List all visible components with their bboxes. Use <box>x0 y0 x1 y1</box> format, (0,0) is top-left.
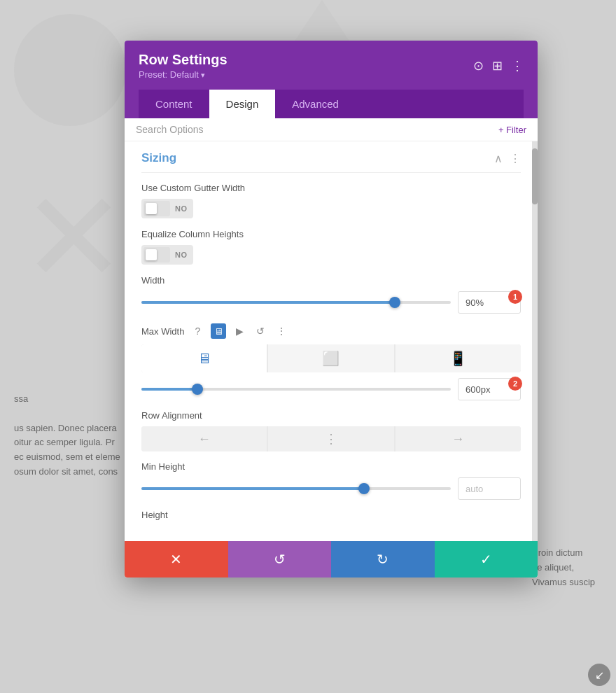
min-height-value-wrap <box>458 477 521 500</box>
save-icon: ✓ <box>480 551 492 568</box>
bg-decoration-circle <box>14 14 126 126</box>
modal-header: Row Settings Preset: Default ⊙ ⊞ ⋮ Conte… <box>125 41 538 118</box>
align-left[interactable]: ← <box>141 426 267 451</box>
row-alignment-label: Row Alignment <box>141 410 521 421</box>
align-center[interactable]: ⋮ <box>268 426 393 451</box>
max-width-value-wrap: 2 <box>458 378 521 400</box>
redo-icon: ↻ <box>377 551 388 568</box>
help-icon[interactable]: ? <box>190 323 205 339</box>
tab-design[interactable]: Design <box>209 90 276 118</box>
toggle-track <box>144 201 170 216</box>
cancel-icon: ✕ <box>170 551 182 568</box>
cancel-button[interactable]: ✕ <box>125 541 228 578</box>
height-label: Height <box>141 510 521 520</box>
device-desktop-icon[interactable]: 🖥 <box>211 323 226 339</box>
search-placeholder[interactable]: Search Options <box>136 124 204 135</box>
section-collapse-icon[interactable]: ∧ <box>494 152 503 165</box>
bg-decoration-x: ✕ <box>21 175 127 301</box>
toggle-track-2 <box>144 247 170 262</box>
width-value-wrap: 1 <box>458 291 521 314</box>
device-tab-mobile[interactable]: 📱 <box>396 344 521 372</box>
max-width-label: Max Width <box>141 326 184 337</box>
scroll-hint-icon: ↙ <box>588 664 610 686</box>
toggle-thumb <box>146 203 157 214</box>
min-height-label: Min Height <box>141 461 521 472</box>
reset-icon: ↺ <box>274 551 286 568</box>
section-title: Sizing <box>141 151 176 165</box>
section-more-icon[interactable]: ⋮ <box>510 152 521 165</box>
scrollbar-thumb[interactable] <box>532 148 538 204</box>
min-height-value-input[interactable] <box>458 477 521 500</box>
toggle-label-2: NO <box>172 251 193 259</box>
modal-footer: ✕ ↺ ↻ ✓ <box>125 541 538 578</box>
sizing-section: Sizing ∧ ⋮ Use Custom Gutter Width NO E <box>125 141 538 541</box>
min-height-slider[interactable] <box>141 487 451 490</box>
field-equalize-column-heights: Equalize Column Heights NO <box>141 229 521 265</box>
align-right[interactable]: → <box>396 426 521 451</box>
max-width-slider-thumb[interactable] <box>192 384 203 395</box>
min-height-slider-thumb[interactable] <box>358 483 370 494</box>
equalize-column-heights-toggle[interactable]: NO <box>141 245 193 265</box>
modal-content: Sizing ∧ ⋮ Use Custom Gutter Width NO E <box>125 141 538 541</box>
header-icons: ⊙ ⊞ ⋮ <box>473 58 524 74</box>
width-slider-thumb[interactable] <box>389 297 400 308</box>
device-tab-desktop[interactable]: 🖥 <box>141 344 267 372</box>
tab-advanced[interactable]: Advanced <box>275 90 356 118</box>
use-custom-gutter-width-toggle[interactable]: NO <box>141 199 193 218</box>
modal-title: Row Settings <box>139 52 227 68</box>
section-header-controls: ∧ ⋮ <box>494 152 521 165</box>
field-min-height: Min Height <box>141 461 521 500</box>
field-width: Width 1 <box>141 275 521 314</box>
device-tabs: 🖥 ⬜ 📱 <box>141 344 521 372</box>
max-width-slider[interactable] <box>141 388 451 391</box>
cursor-icon[interactable]: ▶ <box>232 323 247 339</box>
max-width-slider-row: 2 <box>141 378 521 400</box>
search-bar: Search Options + Filter <box>125 118 538 141</box>
save-button[interactable]: ✓ <box>435 541 538 578</box>
max-width-badge: 2 <box>508 377 522 391</box>
width-slider[interactable] <box>141 301 451 304</box>
width-slider-fill <box>141 301 395 304</box>
tab-content[interactable]: Content <box>139 90 209 118</box>
max-width-more-icon[interactable]: ⋮ <box>274 323 289 339</box>
modal-preset[interactable]: Preset: Default <box>139 69 227 80</box>
scrollbar-track[interactable] <box>532 141 538 541</box>
row-settings-modal: Row Settings Preset: Default ⊙ ⊞ ⋮ Conte… <box>125 41 538 578</box>
use-custom-gutter-width-label: Use Custom Gutter Width <box>141 183 521 193</box>
section-header: Sizing ∧ ⋮ <box>141 141 521 173</box>
filter-button[interactable]: + Filter <box>498 125 526 135</box>
min-height-slider-fill <box>141 487 364 490</box>
toggle-thumb-2 <box>146 249 157 260</box>
width-slider-row: 1 <box>141 291 521 314</box>
toggle-label: NO <box>172 204 193 213</box>
max-width-header: Max Width ? 🖥 ▶ ↺ ⋮ <box>141 323 521 339</box>
width-label: Width <box>141 275 521 286</box>
row-alignment-tabs: ← ⋮ → <box>141 426 521 451</box>
field-row-alignment: Row Alignment ← ⋮ → <box>141 410 521 451</box>
target-icon[interactable]: ⊙ <box>473 58 484 74</box>
device-tab-tablet[interactable]: ⬜ <box>268 344 393 372</box>
equalize-column-heights-label: Equalize Column Heights <box>141 229 521 239</box>
reset-field-icon[interactable]: ↺ <box>253 323 268 339</box>
field-height: Height <box>141 510 521 520</box>
max-width-slider-fill <box>141 388 197 391</box>
more-vert-icon[interactable]: ⋮ <box>511 58 524 74</box>
min-height-slider-row <box>141 477 521 500</box>
modal-title-area: Row Settings Preset: Default <box>139 52 227 80</box>
reset-button[interactable]: ↺ <box>228 541 332 578</box>
bg-text-right: Proin dictum ne aliquet, Vivamus suscip <box>532 546 609 589</box>
width-badge: 1 <box>508 290 522 304</box>
tab-bar: Content Design Advanced <box>139 90 524 118</box>
redo-button[interactable]: ↻ <box>331 541 435 578</box>
columns-icon[interactable]: ⊞ <box>492 58 503 74</box>
field-use-custom-gutter-width: Use Custom Gutter Width NO <box>141 183 521 219</box>
field-max-width: Max Width ? 🖥 ▶ ↺ ⋮ 🖥 ⬜ 📱 <box>141 323 521 400</box>
